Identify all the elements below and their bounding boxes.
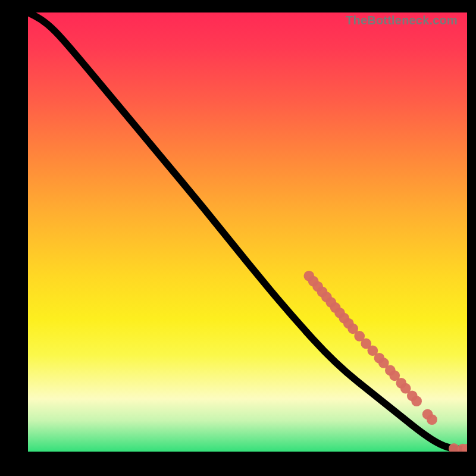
chart-stage: TheBottleneck.com	[0, 0, 476, 476]
marker-group	[303, 271, 467, 452]
data-marker	[411, 396, 422, 406]
data-marker	[427, 414, 437, 425]
plot-area: TheBottleneck.com	[28, 12, 467, 452]
chart-overlay	[28, 12, 467, 452]
